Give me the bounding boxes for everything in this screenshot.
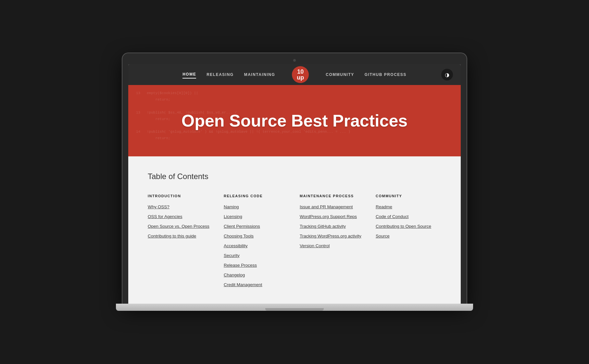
list-item: Issue and PR Management (300, 204, 365, 210)
toc-link-0-0[interactable]: Why OSS? (148, 204, 169, 209)
toc-link-0-3[interactable]: Contributing to this guide (148, 234, 196, 238)
toc-link-2-4[interactable]: Version Control (300, 243, 330, 248)
toc-link-1-4[interactable]: Accessibility (224, 243, 248, 248)
list-item: Contributing to Open Source (376, 223, 441, 230)
list-item: Client Permissions (224, 223, 289, 230)
toc-links-0: Why OSS?OSS for AgenciesOpen Source vs. … (148, 204, 213, 239)
toc-link-2-2[interactable]: Tracking GitHub activity (300, 224, 346, 229)
toc-section-1: RELEASING CODENamingLicensingClient Perm… (224, 194, 289, 288)
theme-toggle-button[interactable]: ◑ (441, 69, 453, 80)
toc-link-0-2[interactable]: Open Source vs. Open Process (148, 224, 209, 229)
toc-link-3-1[interactable]: Code of Conduct (376, 214, 408, 219)
laptop-screen: HOME RELEASING MAINTAINING 10up COMMUNIT… (128, 64, 461, 303)
hero-title: Open Source Best Practices (175, 98, 414, 143)
toc-links-1: NamingLicensingClient PermissionsChoosin… (224, 204, 289, 288)
toc-section-title-2: MAINTENANCE PROCESS (300, 194, 365, 198)
nav-github-process[interactable]: GITHUB PROCESS (365, 71, 407, 78)
toc-section-0: INTRODUCTIONWhy OSS?OSS for AgenciesOpen… (148, 194, 213, 288)
toc-links-3: ReadmeCode of ConductContributing to Ope… (376, 204, 441, 239)
list-item: Open Source vs. Open Process (148, 223, 213, 230)
list-item: Release Process (224, 262, 289, 269)
nav-maintaining[interactable]: MAINTAINING (244, 71, 275, 78)
laptop-base (116, 304, 473, 311)
toc-link-1-5[interactable]: Security (224, 253, 240, 258)
toc-link-2-0[interactable]: Issue and PR Management (300, 204, 353, 209)
list-item: Tracking GitHub activity (300, 223, 365, 230)
list-item: Changelog (224, 272, 289, 278)
toc-link-1-0[interactable]: Naming (224, 204, 239, 209)
list-item: Readme (376, 204, 441, 210)
theme-icon: ◑ (445, 72, 449, 78)
toc-link-1-7[interactable]: Changelog (224, 273, 245, 277)
list-item: Contributing to this guide (148, 233, 213, 239)
list-item: Code of Conduct (376, 213, 441, 220)
list-item: Licensing (224, 213, 289, 220)
toc-link-1-1[interactable]: Licensing (224, 214, 242, 219)
toc-link-1-8[interactable]: Credit Management (224, 282, 262, 287)
toc-heading: Table of Contents (148, 172, 441, 181)
list-item: Credit Management (224, 282, 289, 288)
laptop-screen-outer: HOME RELEASING MAINTAINING 10up COMMUNIT… (122, 53, 467, 303)
nav-logo-text: 10up (297, 69, 304, 80)
hero-section: 13 empty($cookies[0][0]) || return; 13 !… (128, 85, 461, 156)
toc-section-title-1: RELEASING CODE (224, 194, 289, 198)
laptop-camera (293, 59, 296, 62)
toc-link-3-0[interactable]: Readme (376, 204, 392, 209)
toc-link-1-2[interactable]: Client Permissions (224, 224, 260, 229)
toc-link-2-3[interactable]: Tracking WordPress.org activity (300, 234, 361, 238)
toc-link-0-1[interactable]: OSS for Agencies (148, 214, 182, 219)
toc-link-1-3[interactable]: Choosing Tools (224, 234, 254, 238)
content-area: Table of Contents INTRODUCTIONWhy OSS?OS… (128, 156, 461, 303)
laptop-wrapper: HOME RELEASING MAINTAINING 10up COMMUNIT… (116, 53, 473, 310)
nav-community[interactable]: COMMUNITY (326, 71, 354, 78)
nav-logo[interactable]: 10up (292, 66, 309, 83)
toc-link-3-2[interactable]: Contributing to Open Source (376, 224, 431, 229)
toc-link-2-1[interactable]: WordPress.org Support Reps (300, 214, 357, 219)
list-item: Choosing Tools (224, 233, 289, 239)
list-item: Version Control (300, 243, 365, 249)
site-nav: HOME RELEASING MAINTAINING 10up COMMUNIT… (128, 64, 461, 85)
nav-home[interactable]: HOME (182, 71, 196, 79)
list-item: Why OSS? (148, 204, 213, 210)
nav-links: HOME RELEASING MAINTAINING 10up COMMUNIT… (182, 66, 407, 83)
list-item: Naming (224, 204, 289, 210)
toc-link-3-3[interactable]: Source (376, 234, 390, 238)
toc-link-1-6[interactable]: Release Process (224, 263, 257, 268)
toc-links-2: Issue and PR ManagementWordPress.org Sup… (300, 204, 365, 249)
list-item: Tracking WordPress.org activity (300, 233, 365, 239)
toc-grid: INTRODUCTIONWhy OSS?OSS for AgenciesOpen… (148, 194, 441, 288)
list-item: Source (376, 233, 441, 239)
toc-section-title-3: COMMUNITY (376, 194, 441, 198)
toc-section-title-0: INTRODUCTION (148, 194, 213, 198)
list-item: OSS for Agencies (148, 213, 213, 220)
nav-releasing[interactable]: RELEASING (207, 71, 234, 78)
list-item: Security (224, 252, 289, 259)
toc-section-2: MAINTENANCE PROCESSIssue and PR Manageme… (300, 194, 365, 288)
list-item: Accessibility (224, 243, 289, 249)
list-item: WordPress.org Support Reps (300, 213, 365, 220)
toc-section-3: COMMUNITYReadmeCode of ConductContributi… (376, 194, 441, 288)
